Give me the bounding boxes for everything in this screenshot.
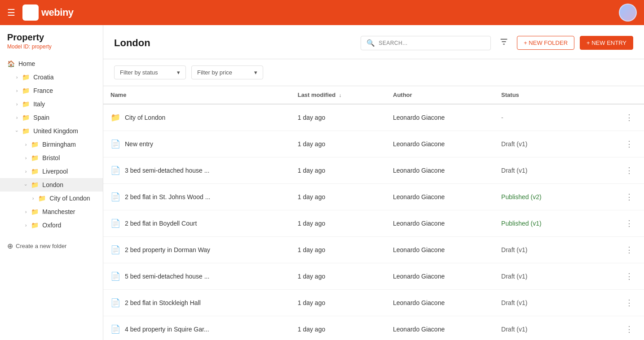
entry-name: 2 bed property in Dorman Way xyxy=(125,246,210,253)
more-actions-button[interactable]: ⋮ xyxy=(622,243,637,257)
doc-icon: 📄 xyxy=(110,192,120,202)
sidebar-title: Property xyxy=(7,32,96,43)
chevron-down-icon: › xyxy=(23,184,28,185)
hamburger-icon[interactable]: ☰ xyxy=(7,7,15,18)
cell-modified: 1 day ago xyxy=(291,290,386,316)
doc-icon: 📄 xyxy=(110,298,120,308)
doc-icon: 📄 xyxy=(110,218,120,228)
entry-name: 3 bed semi-detached house ... xyxy=(125,167,209,174)
more-actions-button[interactable]: ⋮ xyxy=(622,190,637,204)
doc-icon: 📄 xyxy=(110,139,120,149)
more-actions-button[interactable]: ⋮ xyxy=(622,164,637,177)
sidebar-item-oxford[interactable]: › 📁 Oxford xyxy=(0,218,103,232)
new-entry-button[interactable]: + NEW ENTRY xyxy=(580,36,633,50)
new-folder-button[interactable]: + NEW FOLDER xyxy=(517,36,574,50)
sidebar-item-bristol[interactable]: › 📁 Bristol xyxy=(0,151,103,165)
sidebar-nav: 🏠 Home › 📁 Croatia › 📁 France › 📁 Italy xyxy=(0,55,103,234)
create-folder-button[interactable]: ⊕ Create a new folder xyxy=(0,237,103,255)
filters-bar: Filter by status ▾ Filter by price ▾ xyxy=(103,59,644,86)
cell-author: Leonardo Giacone xyxy=(386,263,494,290)
cell-name: 📄 2 bed flat in Stockleigh Hall xyxy=(103,290,291,316)
more-actions-button[interactable]: ⋮ xyxy=(622,111,637,124)
cell-name: 📄 3 bed semi-detached house ... xyxy=(103,157,291,184)
cell-author: Leonardo Giacone xyxy=(386,131,494,157)
more-actions-button[interactable]: ⋮ xyxy=(622,270,637,283)
col-last-modified[interactable]: Last modified ↓ xyxy=(291,86,386,104)
sidebar-item-home[interactable]: 🏠 Home xyxy=(0,57,103,70)
sidebar-item-spain[interactable]: › 📁 Spain xyxy=(0,111,103,124)
folder-icon: 📁 xyxy=(31,222,39,229)
chevron-icon: › xyxy=(25,209,26,214)
folder-icon: 📁 xyxy=(31,168,39,175)
header-actions: 🔍 + NEW FOLDER + NEW ENTRY xyxy=(361,34,633,52)
cell-modified: 1 day ago xyxy=(291,184,386,210)
cell-author: Leonardo Giacone xyxy=(386,210,494,237)
chevron-down-icon: ▾ xyxy=(177,69,180,76)
sidebar-item-birmingham[interactable]: › 📁 Birmingham xyxy=(0,138,103,151)
more-actions-button[interactable]: ⋮ xyxy=(622,137,637,151)
cell-status: Published (v1) xyxy=(494,210,595,237)
filter-by-price[interactable]: Filter by price ▾ xyxy=(191,65,263,79)
table-row: 📄 3 bed semi-detached house ... 1 day ag… xyxy=(103,157,644,184)
chevron-icon: › xyxy=(25,169,26,174)
sidebar-item-liverpool[interactable]: › 📁 Liverpool xyxy=(0,165,103,178)
sidebar-item-label: Bristol xyxy=(42,154,60,161)
sidebar-model: Model ID: property xyxy=(7,44,96,50)
sidebar-item-croatia[interactable]: › 📁 Croatia xyxy=(0,70,103,84)
entry-name: New entry xyxy=(125,140,153,148)
chevron-icon: › xyxy=(25,142,26,147)
folder-cell-icon: 📁 xyxy=(110,113,120,122)
table-row: 📄 2 bed flat in Boydell Court 1 day ago … xyxy=(103,210,644,237)
table-row: 📄 2 bed flat in St. Johns Wood ... 1 day… xyxy=(103,184,644,210)
sidebar-item-london[interactable]: › 📁 London xyxy=(0,178,103,192)
logo: webiny xyxy=(22,4,74,21)
filter-icon-button[interactable] xyxy=(496,34,512,52)
cell-name: 📄 2 bed flat in Boydell Court xyxy=(103,210,291,237)
doc-icon: 📄 xyxy=(110,271,120,281)
sidebar-item-label: Oxford xyxy=(42,222,61,229)
avatar[interactable] xyxy=(619,4,637,22)
more-actions-button[interactable]: ⋮ xyxy=(622,296,637,309)
search-icon: 🔍 xyxy=(366,39,375,47)
sidebar-item-manchester[interactable]: › 📁 Manchester xyxy=(0,205,103,218)
cell-actions: ⋮ xyxy=(595,104,644,131)
folder-icon: 📁 xyxy=(38,195,46,202)
chevron-icon: › xyxy=(16,102,18,107)
sidebar-item-united-kingdom[interactable]: › 📁 United Kingdom xyxy=(0,124,103,138)
home-icon: 🏠 xyxy=(7,60,15,67)
sidebar-item-italy[interactable]: › 📁 Italy xyxy=(0,97,103,111)
filter-by-status[interactable]: Filter by status ▾ xyxy=(114,65,186,79)
more-actions-button[interactable]: ⋮ xyxy=(622,217,637,230)
folder-icon: 📁 xyxy=(22,87,30,94)
cell-name: 📄 New entry xyxy=(103,131,291,157)
sidebar-item-label: Birmingham xyxy=(42,141,76,148)
search-input[interactable] xyxy=(379,40,485,46)
table-row: 📄 4 bed property in Squire Gar... 1 day … xyxy=(103,316,644,340)
chevron-icon: › xyxy=(16,75,18,80)
page-title: London xyxy=(114,37,150,49)
doc-icon: 📄 xyxy=(110,324,120,334)
cell-name: 📄 2 bed property in Dorman Way xyxy=(103,237,291,263)
chevron-icon: › xyxy=(32,196,34,201)
sidebar-item-city-of-london[interactable]: › 📁 City of London xyxy=(0,192,103,205)
cell-status: Draft (v1) xyxy=(494,131,595,157)
cell-actions: ⋮ xyxy=(595,237,644,263)
logo-text: webiny xyxy=(41,7,74,18)
more-actions-button[interactable]: ⋮ xyxy=(622,323,637,336)
doc-icon: 📄 xyxy=(110,166,120,175)
cell-author: Leonardo Giacone xyxy=(386,316,494,340)
cell-status: Draft (v1) xyxy=(494,290,595,316)
cell-modified: 1 day ago xyxy=(291,210,386,237)
cell-author: Leonardo Giacone xyxy=(386,237,494,263)
cell-status: Draft (v1) xyxy=(494,316,595,340)
cell-actions: ⋮ xyxy=(595,210,644,237)
entry-name: 2 bed flat in Stockleigh Hall xyxy=(125,299,201,306)
chevron-down-icon: › xyxy=(14,130,19,131)
cell-modified: 1 day ago xyxy=(291,237,386,263)
cell-actions: ⋮ xyxy=(595,316,644,340)
sidebar-item-france[interactable]: › 📁 France xyxy=(0,84,103,97)
chevron-icon: › xyxy=(25,156,26,161)
col-name: Name xyxy=(103,86,291,104)
chevron-icon: › xyxy=(16,88,18,93)
folder-icon: 📁 xyxy=(22,127,30,135)
